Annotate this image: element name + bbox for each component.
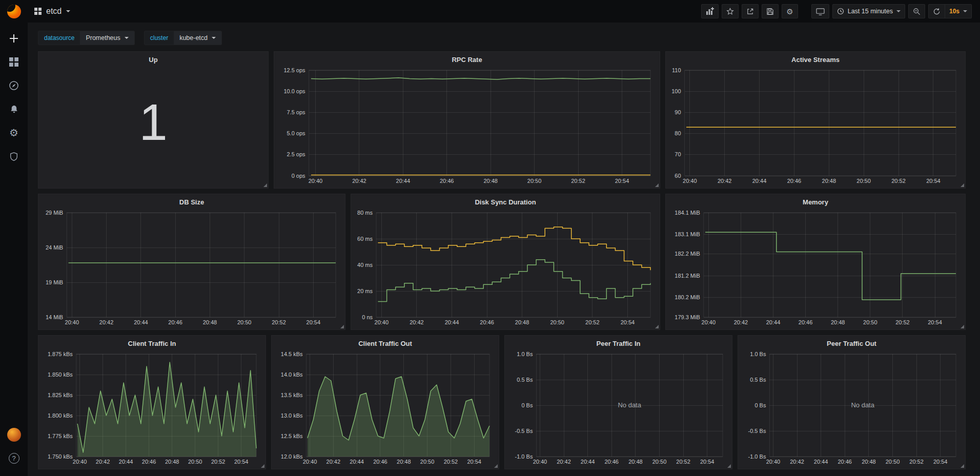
svg-text:20:54: 20:54 xyxy=(621,319,635,325)
sidebar-item-explore[interactable] xyxy=(0,74,28,97)
dashboard-title-button[interactable]: etcd xyxy=(34,7,70,16)
refresh-interval-picker[interactable]: 10s xyxy=(945,4,972,18)
share-button[interactable] xyxy=(742,4,759,18)
svg-text:20:44: 20:44 xyxy=(766,319,781,325)
panel-resize-handle[interactable] xyxy=(961,464,964,468)
svg-text:20:44: 20:44 xyxy=(752,178,767,184)
client-traffic-in-chart[interactable]: 1.750 kBs1.775 kBs1.800 kBs1.825 kBs1.85… xyxy=(40,350,261,467)
svg-text:20:42: 20:42 xyxy=(718,178,732,184)
svg-text:20 ms: 20 ms xyxy=(357,288,373,294)
svg-text:1.875 kBs: 1.875 kBs xyxy=(48,351,73,357)
refresh-icon xyxy=(933,8,941,15)
panel-resize-handle[interactable] xyxy=(727,464,731,468)
client-traffic-out-chart[interactable]: 12.0 kBs12.5 kBs13.0 kBs13.5 kBs14.0 kBs… xyxy=(274,350,495,467)
svg-text:20:52: 20:52 xyxy=(585,319,600,325)
svg-text:No data: No data xyxy=(618,401,641,409)
svg-text:100: 100 xyxy=(671,88,681,94)
svg-text:20:54: 20:54 xyxy=(234,459,249,465)
panel-resize-handle[interactable] xyxy=(961,325,964,328)
svg-text:0.5 Bs: 0.5 Bs xyxy=(517,377,533,383)
svg-text:0 ops: 0 ops xyxy=(292,173,305,179)
svg-text:181.2 MiB: 181.2 MiB xyxy=(675,273,700,279)
memory-chart[interactable]: 179.3 MiB180.2 MiB181.2 MiB182.2 MiB183.… xyxy=(668,209,961,327)
svg-text:180.2 MiB: 180.2 MiB xyxy=(675,294,700,300)
panel-title[interactable]: Client Traffic Out xyxy=(272,336,499,349)
sidebar-item-create[interactable] xyxy=(0,27,28,50)
panel-title[interactable]: Peer Traffic In xyxy=(505,336,732,349)
refresh-button[interactable] xyxy=(928,4,945,18)
svg-text:1.825 kBs: 1.825 kBs xyxy=(48,392,73,398)
svg-text:0.5 Bs: 0.5 Bs xyxy=(750,377,766,383)
user-avatar[interactable] xyxy=(0,423,28,446)
svg-text:20:42: 20:42 xyxy=(96,459,110,465)
sidebar-item-alerting[interactable] xyxy=(0,97,28,121)
panel-title[interactable]: Up xyxy=(38,52,268,65)
caret-down-icon xyxy=(66,10,70,12)
svg-text:0 ns: 0 ns xyxy=(362,314,373,320)
svg-text:20:44: 20:44 xyxy=(134,319,148,325)
variable-datasource-value[interactable]: Prometheus xyxy=(80,31,134,45)
panel-title[interactable]: DB Size xyxy=(38,194,345,208)
sidebar-item-dashboards[interactable] xyxy=(0,50,28,74)
svg-text:0 Bs: 0 Bs xyxy=(754,402,766,408)
active-streams-chart[interactable]: 6070809010011020:4020:4220:4420:4620:482… xyxy=(668,66,961,186)
svg-text:13.5 kBs: 13.5 kBs xyxy=(281,392,303,398)
panel-resize-handle[interactable] xyxy=(340,325,344,328)
panel-resize-handle[interactable] xyxy=(261,464,264,468)
panel-title[interactable]: RPC Rate xyxy=(274,52,660,65)
svg-text:1.800 kBs: 1.800 kBs xyxy=(48,412,73,419)
panel-resize-handle[interactable] xyxy=(961,183,964,187)
disk-sync-duration-chart[interactable]: 0 ns20 ms40 ms60 ms80 ms20:4020:4220:442… xyxy=(353,209,656,327)
rpc-rate-chart[interactable]: 0 ops2.5 ops5.0 ops7.5 ops10.0 ops12.5 o… xyxy=(276,66,656,186)
svg-text:20:48: 20:48 xyxy=(515,319,529,325)
save-button[interactable] xyxy=(762,4,779,18)
peer-traffic-in-chart[interactable]: -1.0 Bs-0.5 Bs0 Bs0.5 Bs1.0 Bs20:4020:42… xyxy=(507,350,728,467)
svg-text:20:40: 20:40 xyxy=(533,459,547,465)
svg-text:20:42: 20:42 xyxy=(99,319,114,325)
panel-resize-handle[interactable] xyxy=(494,464,498,468)
template-variables-bar: datasource Prometheus cluster kube-etcd xyxy=(28,23,980,51)
panel-title[interactable]: Peer Traffic Out xyxy=(738,336,965,349)
svg-text:20:46: 20:46 xyxy=(373,459,387,465)
zoom-out-button[interactable] xyxy=(908,4,925,18)
panel-resize-handle[interactable] xyxy=(263,183,267,187)
server-admin-shield-icon xyxy=(9,152,18,161)
cycle-view-button[interactable] xyxy=(811,4,829,18)
panel-title[interactable]: Active Streams xyxy=(666,52,965,65)
svg-text:20:48: 20:48 xyxy=(203,319,217,325)
star-button[interactable] xyxy=(722,4,739,18)
alerting-bell-icon xyxy=(9,105,19,114)
svg-text:179.3 MiB: 179.3 MiB xyxy=(675,314,700,320)
svg-text:12.5 kBs: 12.5 kBs xyxy=(281,433,303,439)
svg-text:110: 110 xyxy=(672,67,681,73)
sidebar-item-server-admin[interactable] xyxy=(0,144,28,168)
dashboards-grid-icon xyxy=(9,57,18,67)
sidebar-item-help[interactable]: ? xyxy=(0,446,28,470)
svg-text:1.750 kBs: 1.750 kBs xyxy=(48,453,73,460)
svg-text:20:54: 20:54 xyxy=(928,319,942,325)
svg-text:20:42: 20:42 xyxy=(790,459,804,465)
panel-resize-handle[interactable] xyxy=(655,325,659,328)
svg-text:70: 70 xyxy=(675,151,681,157)
dashboard-settings-button[interactable]: ⚙ xyxy=(782,4,798,18)
svg-text:-0.5 Bs: -0.5 Bs xyxy=(748,428,766,434)
svg-text:20:42: 20:42 xyxy=(326,459,341,465)
svg-text:1.0 Bs: 1.0 Bs xyxy=(750,351,766,357)
svg-text:20:40: 20:40 xyxy=(65,319,79,325)
variable-cluster-value[interactable]: kube-etcd xyxy=(174,31,221,45)
sidebar-item-configuration[interactable]: ⚙ xyxy=(0,121,28,144)
panel-db-size: DB Size 14 MiB19 MiB24 MiB29 MiB20:4020:… xyxy=(38,194,345,330)
time-range-picker[interactable]: Last 15 minutes xyxy=(832,4,905,18)
panel-title[interactable]: Memory xyxy=(666,194,965,208)
panel-peer-traffic-out: Peer Traffic Out -1.0 Bs-0.5 Bs0 Bs0.5 B… xyxy=(738,335,966,469)
add-panel-button[interactable] xyxy=(701,4,719,18)
grafana-logo[interactable] xyxy=(7,5,21,18)
panel-resize-handle[interactable] xyxy=(655,183,659,187)
panel-title[interactable]: Disk Sync Duration xyxy=(351,194,660,208)
svg-text:20:40: 20:40 xyxy=(702,319,716,325)
svg-text:20:48: 20:48 xyxy=(822,178,836,184)
panel-title[interactable]: Client Traffic In xyxy=(38,336,266,349)
variable-cluster-label: cluster xyxy=(145,31,174,45)
peer-traffic-out-chart[interactable]: -1.0 Bs-0.5 Bs0 Bs0.5 Bs1.0 Bs20:4020:42… xyxy=(740,350,961,467)
db-size-chart[interactable]: 14 MiB19 MiB24 MiB29 MiB20:4020:4220:442… xyxy=(40,209,341,327)
